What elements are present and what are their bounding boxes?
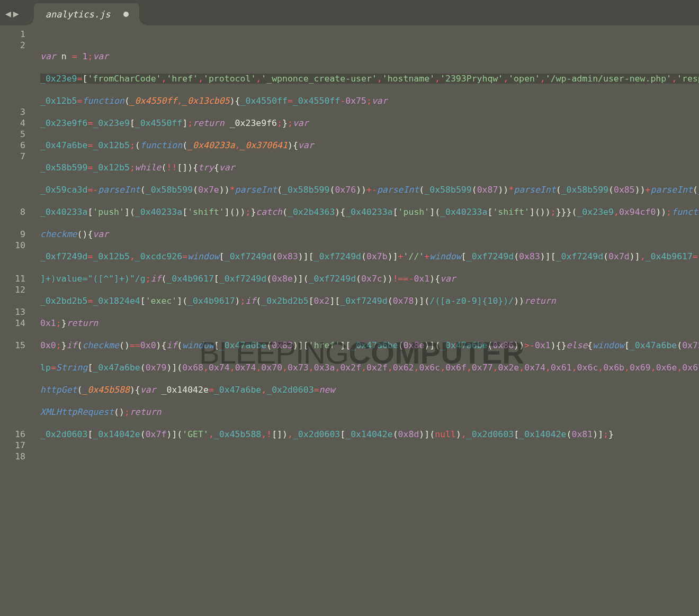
nav-back-icon[interactable]: ◀ xyxy=(5,8,11,19)
titlebar: ◀ ▶ analytics.js xyxy=(0,0,699,25)
line-number: 3 xyxy=(0,106,35,117)
line-number: 12 xyxy=(0,284,35,306)
line-number: 11 xyxy=(0,273,35,284)
line-number: 1 xyxy=(0,29,35,40)
line-number: 2 xyxy=(0,40,35,106)
line-number: 6 xyxy=(0,140,35,151)
hex-list: 0x68,0x74,0x74,0x70,0x73,0x3a,0x2f,0x2f,… xyxy=(182,363,699,373)
line-number: 17 xyxy=(0,440,35,451)
line-number: 15 xyxy=(0,340,35,429)
line-number: 5 xyxy=(0,129,35,140)
editor: 1 2 3 4 5 6 7 8 9 10 11 12 13 14 15 16 1… xyxy=(0,25,699,616)
nav-arrows: ◀ ▶ xyxy=(0,8,24,25)
line-number: 10 xyxy=(0,240,35,273)
tab-filename: analytics.js xyxy=(46,9,111,20)
line-number: 18 xyxy=(0,451,35,473)
line-number: 8 xyxy=(0,206,35,229)
nav-forward-icon[interactable]: ▶ xyxy=(13,8,19,19)
line-number: 16 xyxy=(0,429,35,440)
line-number: 7 xyxy=(0,151,35,206)
line-number: 4 xyxy=(0,117,35,129)
modified-dot-icon xyxy=(123,12,129,17)
code-area[interactable]: BLEEPINGCOMPUTER var n = 1;var _0x23e9=[… xyxy=(35,25,699,616)
line-number: 9 xyxy=(0,229,35,240)
line-number: 13 xyxy=(0,306,35,318)
line-gutter: 1 2 3 4 5 6 7 8 9 10 11 12 13 14 15 16 1… xyxy=(0,25,35,616)
code-content: var n = 1;var _0x23e9=['fromCharCode','h… xyxy=(40,51,699,440)
line-number: 14 xyxy=(0,318,35,340)
file-tab[interactable]: analytics.js xyxy=(34,3,139,25)
